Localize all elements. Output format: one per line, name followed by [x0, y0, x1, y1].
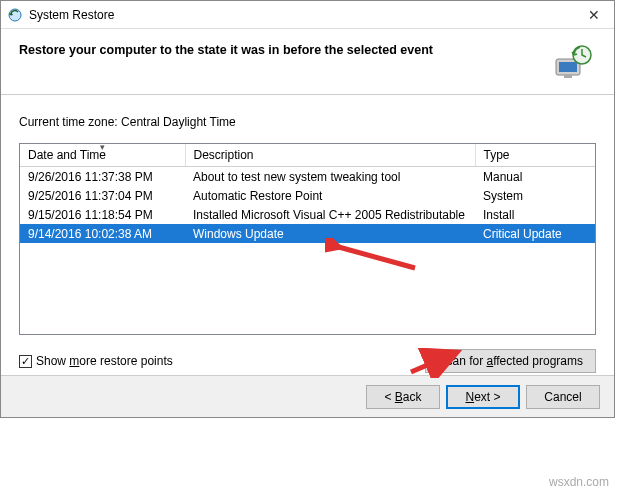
wizard-header: Restore your computer to the state it wa… — [1, 29, 614, 95]
wizard-content: Current time zone: Central Daylight Time… — [1, 95, 614, 373]
restore-points-table[interactable]: Date and Time ▾ Description Type 9/26/20… — [19, 143, 596, 335]
window-title: System Restore — [29, 8, 114, 22]
col-desc-label: Description — [194, 148, 254, 162]
back-u: B — [395, 390, 403, 404]
col-date-time[interactable]: Date and Time ▾ — [20, 144, 185, 167]
checkbox-box: ✓ — [19, 355, 32, 368]
cell-desc: Windows Update — [185, 224, 475, 243]
system-restore-graphic-icon — [550, 41, 594, 81]
cb-post: ore restore points — [79, 354, 172, 368]
wizard-footer: < Back Next > Cancel — [1, 375, 614, 417]
table-row-empty — [20, 328, 595, 335]
cell-desc: About to test new system tweaking tool — [185, 167, 475, 187]
col-date-label: Date and Time — [28, 148, 106, 162]
col-type-label: Type — [484, 148, 510, 162]
sort-desc-icon: ▾ — [100, 143, 105, 152]
check-icon: ✓ — [21, 356, 30, 367]
table-row-empty — [20, 260, 595, 277]
cell-type: System — [475, 186, 595, 205]
col-description[interactable]: Description — [185, 144, 475, 167]
titlebar: System Restore ✕ — [1, 1, 614, 29]
timezone-label: Current time zone: Central Daylight Time — [19, 115, 596, 129]
scan-pre: Scan for — [438, 354, 486, 368]
cell-type: Install — [475, 205, 595, 224]
below-table-row: ✓ Show more restore points Scan for affe… — [19, 349, 596, 373]
watermark: wsxdn.com — [549, 475, 609, 489]
col-type[interactable]: Type — [475, 144, 595, 167]
cell-date: 9/14/2016 10:02:38 AM — [20, 224, 185, 243]
close-button[interactable]: ✕ — [574, 1, 614, 29]
next-u: N — [465, 390, 474, 404]
cell-desc: Automatic Restore Point — [185, 186, 475, 205]
cb-pre: Show — [36, 354, 69, 368]
table-row[interactable]: 9/25/2016 11:37:04 PMAutomatic Restore P… — [20, 186, 595, 205]
table-row-empty — [20, 311, 595, 328]
cell-date: 9/25/2016 11:37:04 PM — [20, 186, 185, 205]
close-icon: ✕ — [588, 7, 600, 23]
back-button[interactable]: < Back — [366, 385, 440, 409]
back-post: ack — [403, 390, 422, 404]
svg-rect-3 — [564, 75, 572, 78]
page-heading: Restore your computer to the state it wa… — [19, 41, 433, 57]
cb-u: m — [69, 354, 79, 368]
scan-post: ffected programs — [493, 354, 583, 368]
system-restore-icon — [7, 7, 23, 23]
table-row-empty — [20, 243, 595, 260]
table-row-empty — [20, 277, 595, 294]
table-row[interactable]: 9/15/2016 11:18:54 PMInstalled Microsoft… — [20, 205, 595, 224]
table-header-row: Date and Time ▾ Description Type — [20, 144, 595, 167]
next-button[interactable]: Next > — [446, 385, 520, 409]
scan-affected-button[interactable]: Scan for affected programs — [425, 349, 596, 373]
cell-type: Manual — [475, 167, 595, 187]
table-row[interactable]: 9/26/2016 11:37:38 PMAbout to test new s… — [20, 167, 595, 187]
next-post: ext > — [474, 390, 500, 404]
svg-rect-2 — [559, 62, 577, 72]
back-pre: < — [384, 390, 394, 404]
show-more-checkbox[interactable]: ✓ Show more restore points — [19, 354, 173, 368]
cell-date: 9/15/2016 11:18:54 PM — [20, 205, 185, 224]
checkbox-label: Show more restore points — [36, 354, 173, 368]
cancel-button[interactable]: Cancel — [526, 385, 600, 409]
table-row[interactable]: 9/14/2016 10:02:38 AMWindows UpdateCriti… — [20, 224, 595, 243]
system-restore-window: System Restore ✕ Restore your computer t… — [0, 0, 615, 418]
cell-desc: Installed Microsoft Visual C++ 2005 Redi… — [185, 205, 475, 224]
cell-type: Critical Update — [475, 224, 595, 243]
cell-date: 9/26/2016 11:37:38 PM — [20, 167, 185, 187]
table-row-empty — [20, 294, 595, 311]
